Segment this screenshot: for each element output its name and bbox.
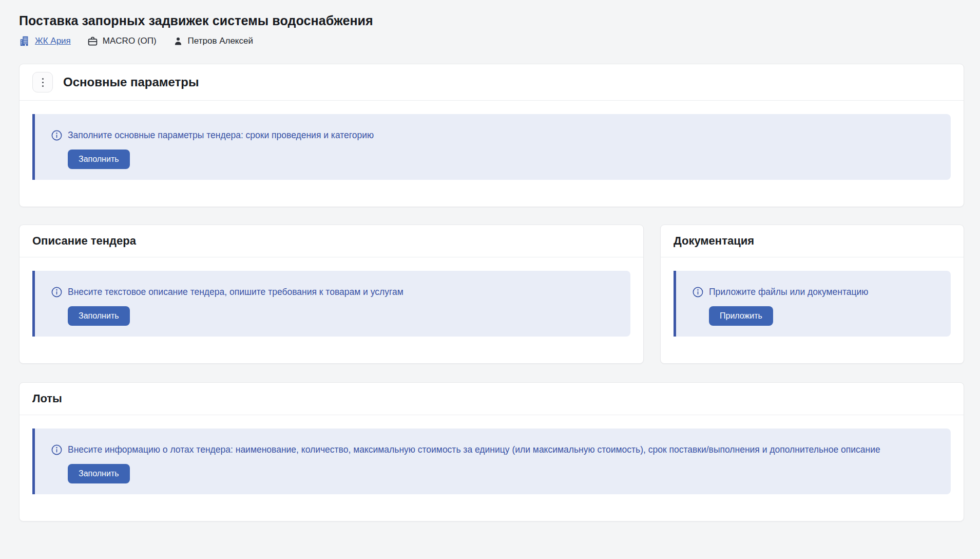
description-alert: Внесите текстовое описание тендера, опиш… (32, 271, 630, 337)
basic-params-alert: Заполните основные параметры тендера: ср… (32, 114, 951, 180)
card-description: Описание тендера Внесите текстовое описа… (19, 225, 644, 364)
fill-basic-params-button[interactable]: Заполнить (68, 150, 130, 169)
info-icon (51, 130, 62, 141)
building-icon (19, 35, 30, 47)
person-icon (173, 36, 183, 46)
kebab-menu-icon[interactable] (32, 72, 53, 92)
card-description-body: Внесите текстовое описание тендера, опиш… (20, 257, 643, 363)
card-documentation-title: Документация (674, 234, 754, 248)
description-alert-text: Внесите текстовое описание тендера, опиш… (68, 285, 403, 299)
card-documentation-body: Приложите файлы или документацию Приложи… (661, 257, 964, 363)
card-lots-body: Внесите информацию о лотах тендера: наим… (20, 415, 964, 521)
card-description-title: Описание тендера (32, 234, 136, 248)
basic-params-alert-text: Заполните основные параметры тендера: ср… (68, 128, 374, 142)
card-lots-title: Лоты (32, 392, 62, 405)
briefcase-icon (87, 36, 98, 47)
card-basic-params-title: Основные параметры (63, 75, 199, 89)
attach-docs-button[interactable]: Приложить (709, 306, 773, 326)
page-title: Поставка запорных задвижек системы водос… (19, 13, 964, 28)
info-icon (693, 287, 703, 297)
info-icon (51, 287, 62, 297)
card-description-header: Описание тендера (20, 225, 643, 257)
documentation-alert-text: Приложите файлы или документацию (709, 285, 868, 299)
lots-alert: Внесите информацию о лотах тендера: наим… (32, 428, 951, 494)
tender-meta-row: ЖК Ария MACRO (ОП) Петров Алексей (19, 35, 964, 47)
middle-row: Описание тендера Внесите текстовое описа… (19, 225, 964, 364)
tender-page: Поставка запорных задвижек системы водос… (0, 0, 980, 559)
fill-lots-button[interactable]: Заполнить (68, 464, 130, 483)
meta-unit: MACRO (ОП) (87, 36, 157, 47)
unit-label: MACRO (ОП) (103, 36, 157, 46)
card-basic-params-header: Основные параметры (20, 64, 964, 101)
card-lots: Лоты Внесите информацию о лотах тендера:… (19, 382, 964, 521)
meta-owner: Петров Алексей (173, 36, 253, 46)
card-basic-params: Основные параметры Заполните основные па… (19, 64, 964, 207)
card-basic-params-body: Заполните основные параметры тендера: ср… (20, 101, 964, 207)
card-lots-header: Лоты (20, 383, 964, 415)
meta-project: ЖК Ария (19, 35, 71, 47)
documentation-alert: Приложите файлы или документацию Приложи… (674, 271, 951, 337)
owner-label: Петров Алексей (188, 36, 253, 46)
lots-alert-text: Внесите информацию о лотах тендера: наим… (68, 443, 880, 457)
info-icon (51, 444, 62, 455)
project-link[interactable]: ЖК Ария (35, 36, 71, 46)
card-documentation-header: Документация (661, 225, 964, 257)
fill-description-button[interactable]: Заполнить (68, 306, 130, 326)
card-documentation: Документация Приложите файлы или докумен… (660, 225, 964, 364)
